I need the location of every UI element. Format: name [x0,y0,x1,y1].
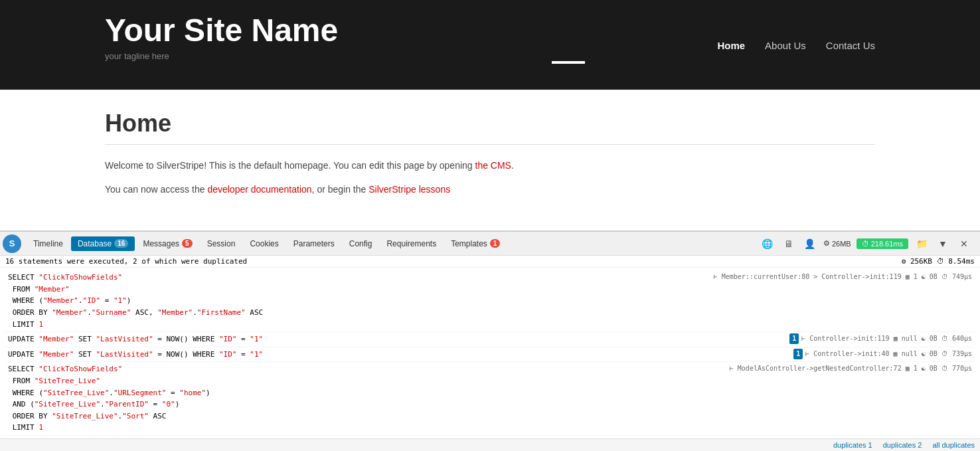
main-nav: Home About Us Contact Us [717,13,875,51]
debug-tab-templates[interactable]: Templates 1 [444,236,507,246]
page-para1: Welcome to SilverStripe! This is the def… [105,158,875,174]
debug-tab-timeline[interactable]: Timeline [27,236,70,246]
debug-bar: S Timeline Database 16 Messages 5 Sessio… [0,230,980,245]
user-icon[interactable]: 👤 [802,236,818,246]
nav-active-indicator [552,61,585,64]
page-para2: You can now access the developer documen… [105,182,875,198]
main-content: Home Welcome to SilverStripe! This is th… [92,90,888,246]
debug-tab-cookies[interactable]: Cookies [243,236,285,246]
messages-badge: 5 [182,239,193,245]
debug-logo[interactable]: S [3,234,21,246]
debug-tabs: S Timeline Database 16 Messages 5 Sessio… [0,232,980,245]
memory-display: ⚙ 26MB [823,239,851,245]
site-branding: Your Site Name your tagline here [105,13,338,61]
templates-badge: 1 [490,239,501,245]
nav-contact[interactable]: Contact Us [826,40,875,51]
time-display: ⏱ 218.61ms [857,238,908,246]
debug-tab-messages[interactable]: Messages 5 [136,236,199,246]
nav-about[interactable]: About Us [765,40,806,51]
debug-tab-database[interactable]: Database 16 [71,236,135,246]
lessons-link[interactable]: SilverStripe lessons [368,184,450,195]
globe-icon[interactable]: 🌐 [760,236,776,246]
debug-tab-session[interactable]: Session [201,236,242,246]
page-body: Welcome to SilverStripe! This is the def… [105,158,875,198]
monitor-icon[interactable]: 🖥 [781,236,797,246]
folder-icon[interactable]: 📁 [914,236,930,246]
debug-tab-requirements[interactable]: Requirements [380,236,443,246]
close-icon[interactable]: ✕ [956,236,972,246]
debug-tab-parameters[interactable]: Parameters [287,236,341,246]
site-header: Your Site Name your tagline here Home Ab… [0,0,980,90]
cms-link[interactable]: the CMS [475,160,511,171]
debug-tab-config[interactable]: Config [343,236,379,246]
nav-home[interactable]: Home [717,40,745,51]
database-badge: 16 [114,239,128,245]
dev-docs-link[interactable]: developer documentation [207,184,311,195]
page-title: Home [105,110,875,145]
site-tagline: your tagline here [105,51,338,61]
site-title: Your Site Name [105,13,338,48]
chevron-down-icon[interactable]: ▼ [935,236,951,246]
debug-icons: 🌐 🖥 👤 ⚙ 26MB ⏱ 218.61ms 📁 ▼ ✕ [760,236,972,246]
